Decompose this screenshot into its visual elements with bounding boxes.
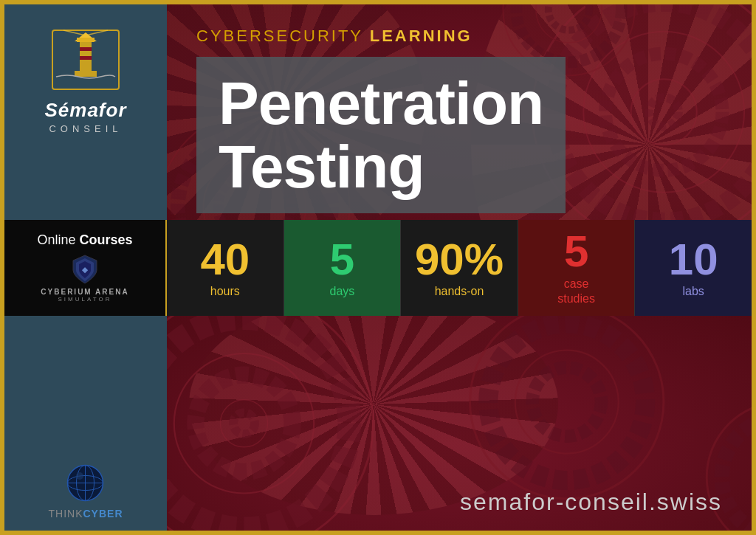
online-label-normal: Online <box>37 232 79 247</box>
thinkcyber-globe-icon <box>65 463 106 503</box>
title-box: Penetration Testing <box>196 57 566 213</box>
stat-handson-number: 90% <box>415 238 504 282</box>
svg-point-29 <box>76 472 83 480</box>
think-text: THINK <box>48 508 83 520</box>
cyberium-subtext: SIMULATOR <box>58 296 112 303</box>
website-url: semafor-conseil.swiss <box>460 489 722 516</box>
online-label-bold: Courses <box>80 232 133 247</box>
brand-name-text: Sémafor <box>44 99 126 121</box>
category-normal: CYBERSECURITY <box>196 27 370 45</box>
cyber-text: CYBER <box>83 508 123 520</box>
left-sidebar: Sémafor CONSEIL <box>4 4 167 220</box>
stats-banner: Online Courses ◆ CYBERIUM ARENA SIMULATO… <box>4 220 752 316</box>
svg-point-33 <box>196 375 292 472</box>
svg-rect-5 <box>80 56 92 60</box>
cyberium-shield-icon: ◆ <box>72 254 98 285</box>
brand-subtitle: CONSEIL <box>44 123 126 134</box>
svg-text:◆: ◆ <box>81 266 89 274</box>
hero-area: CYBERSECURITY LEARNING Penetration Testi… <box>167 4 752 220</box>
stat-labs-label: labs <box>682 285 704 298</box>
svg-point-35 <box>233 413 255 434</box>
svg-rect-4 <box>80 47 92 51</box>
category-bold: LEARNING <box>370 27 472 45</box>
svg-line-8 <box>86 30 108 35</box>
stat-hours: 40 hours <box>167 220 284 316</box>
thinkcyber-text: THINKCYBER <box>48 508 123 520</box>
online-courses-title: Online Courses <box>37 232 132 248</box>
svg-point-39 <box>532 367 601 435</box>
online-courses-box: Online Courses ◆ CYBERIUM ARENA SIMULATO… <box>4 220 167 316</box>
stat-days: 5 days <box>284 220 402 316</box>
title-panel: CYBERSECURITY LEARNING Penetration Testi… <box>167 4 752 220</box>
svg-rect-6 <box>75 71 97 77</box>
stat-case-label: casestudies <box>557 277 595 305</box>
main-title: Penetration Testing <box>219 72 543 199</box>
svg-point-41 <box>722 417 752 531</box>
stat-handson-label: hands-on <box>435 285 484 298</box>
brand-name-container: Sémafor CONSEIL <box>44 99 126 134</box>
stat-labs: 10 labs <box>635 220 752 316</box>
brand-logo: Sémafor CONSEIL <box>44 27 126 134</box>
cyberium-logo: ◆ CYBERIUM ARENA SIMULATOR <box>41 254 128 303</box>
svg-line-7 <box>63 30 86 35</box>
title-line1: Penetration <box>219 72 543 135</box>
stat-hours-number: 40 <box>200 238 250 282</box>
stat-days-number: 5 <box>330 238 354 282</box>
bottom-left-sidebar: THINKCYBER <box>4 316 167 531</box>
bottom-right-content: semafor-conseil.swiss <box>167 316 752 531</box>
stat-hours-label: hours <box>210 285 240 298</box>
page-container: Sémafor CONSEIL <box>0 0 756 535</box>
top-section: Sémafor CONSEIL <box>4 4 752 220</box>
cyberium-name: CYBERIUM ARENA <box>41 288 128 296</box>
category-label: CYBERSECURITY LEARNING <box>196 27 472 46</box>
title-line2: Testing <box>219 135 543 199</box>
stat-labs-number: 10 <box>669 238 718 282</box>
stat-case-studies: 5 casestudies <box>518 220 636 316</box>
bottom-section: THINKCYBER <box>4 316 752 531</box>
svg-point-37 <box>488 323 645 480</box>
stat-case-number: 5 <box>564 229 588 274</box>
lighthouse-icon <box>49 27 123 93</box>
stat-days-label: days <box>329 285 354 298</box>
brand-name: Sémafor <box>44 99 126 122</box>
svg-point-34 <box>220 399 267 446</box>
thinkcyber-logo: THINKCYBER <box>48 463 123 520</box>
stat-handson: 90% hands-on <box>401 220 518 316</box>
svg-rect-3 <box>77 38 94 42</box>
